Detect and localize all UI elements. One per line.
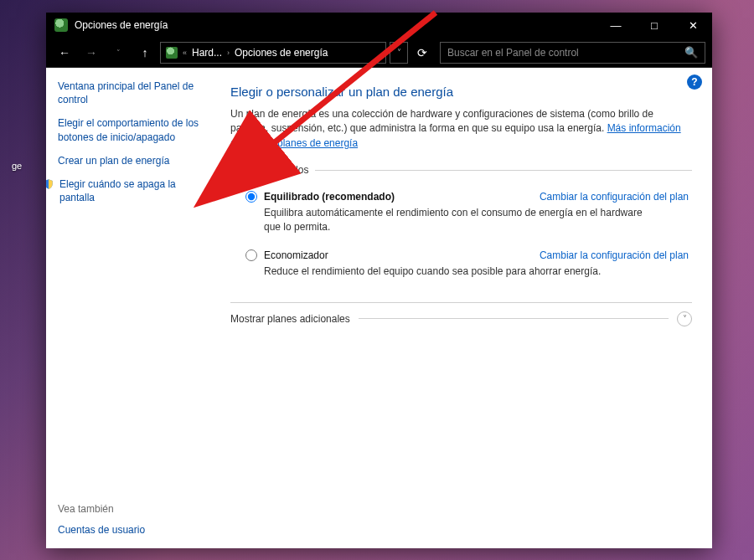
chevron-right-icon: ›: [227, 49, 230, 57]
sidebar-item-power-button-behavior[interactable]: Elegir el comportamiento de los botones …: [58, 116, 212, 143]
preferred-plans-legend: Planes preferidos: [230, 164, 315, 176]
show-additional-plans[interactable]: Mostrar planes adicionales ˅: [230, 302, 692, 326]
change-plan-settings-power-saver[interactable]: Cambiar la configuración del plan: [540, 249, 689, 261]
preferred-plans-group: Planes preferidos Equilibrado (recomenda…: [230, 164, 692, 293]
sidebar-item-user-accounts[interactable]: Cuentas de usuario: [58, 523, 212, 537]
search-input[interactable]: [447, 47, 684, 59]
chevron-down-icon[interactable]: ˅: [677, 311, 692, 326]
sidebar: Ventana principal del Panel de control E…: [46, 68, 222, 548]
minimize-button[interactable]: —: [596, 13, 635, 38]
expander-divider: [359, 318, 669, 319]
sidebar-item-create-power-plan[interactable]: Crear un plan de energía: [58, 154, 212, 167]
content-pane: Ventana principal del Panel de control E…: [46, 68, 712, 548]
see-also-header: Vea también: [58, 503, 212, 515]
page-title: Elegir o personalizar un plan de energía: [230, 85, 692, 99]
breadcrumb-prefix: «: [183, 49, 187, 57]
main-panel: ? Elegir o personalizar un plan de energ…: [222, 68, 712, 548]
close-button[interactable]: ✕: [674, 13, 712, 38]
power-options-icon: [54, 18, 68, 32]
plan-power-saver-name: Economizador: [264, 249, 328, 261]
sidebar-item-display-off[interactable]: Elegir cuándo se apaga la pantalla: [59, 177, 212, 204]
control-panel-window: Opciones de energía — □ ✕ ← → ˅ ↑ « Hard…: [46, 13, 712, 548]
forward-button[interactable]: →: [80, 41, 103, 64]
breadcrumb-2[interactable]: Opciones de energía: [235, 47, 328, 59]
search-box[interactable]: 🔍: [440, 42, 705, 64]
page-description-text: Un plan de energía es una colección de h…: [230, 108, 653, 134]
navigation-bar: ← → ˅ ↑ « Hard... › Opciones de energía …: [46, 38, 712, 68]
breadcrumb-1[interactable]: Hard...: [192, 47, 222, 59]
address-dropdown[interactable]: ˅: [390, 42, 408, 64]
maximize-button[interactable]: □: [635, 13, 674, 38]
sidebar-item-control-panel-home[interactable]: Ventana principal del Panel de control: [58, 80, 212, 106]
back-button[interactable]: ←: [53, 41, 76, 64]
plan-balanced: Equilibrado (recomendado) Cambiar la con…: [230, 186, 692, 244]
address-bar[interactable]: « Hard... › Opciones de energía: [160, 42, 386, 64]
plan-power-saver-desc: Reduce el rendimiento del equipo cuando …: [245, 261, 648, 279]
address-icon: [166, 47, 178, 59]
desktop-icon-label: ge: [12, 161, 22, 171]
plan-power-saver-radio[interactable]: [245, 249, 257, 261]
plan-power-saver: Economizador Cambiar la configuración de…: [230, 244, 692, 289]
show-additional-plans-label: Mostrar planes adicionales: [230, 313, 350, 325]
search-icon[interactable]: 🔍: [684, 46, 698, 59]
plan-power-saver-label[interactable]: Economizador: [245, 249, 328, 261]
plan-balanced-label[interactable]: Equilibrado (recomendado): [245, 191, 395, 203]
refresh-button[interactable]: ⟳: [411, 42, 433, 64]
history-dropdown[interactable]: ˅: [106, 41, 130, 64]
help-button[interactable]: ?: [687, 74, 702, 90]
window-title: Opciones de energía: [75, 19, 168, 31]
titlebar: Opciones de energía — □ ✕: [46, 13, 712, 38]
up-button[interactable]: ↑: [133, 41, 157, 64]
plan-balanced-desc: Equilibra automáticamente el rendimiento…: [245, 203, 648, 234]
plan-balanced-name: Equilibrado (recomendado): [264, 191, 395, 203]
page-description: Un plan de energía es una colección de h…: [230, 107, 692, 151]
change-plan-settings-balanced[interactable]: Cambiar la configuración del plan: [540, 191, 689, 203]
plan-balanced-radio[interactable]: [245, 191, 257, 203]
shield-icon: [46, 178, 54, 190]
